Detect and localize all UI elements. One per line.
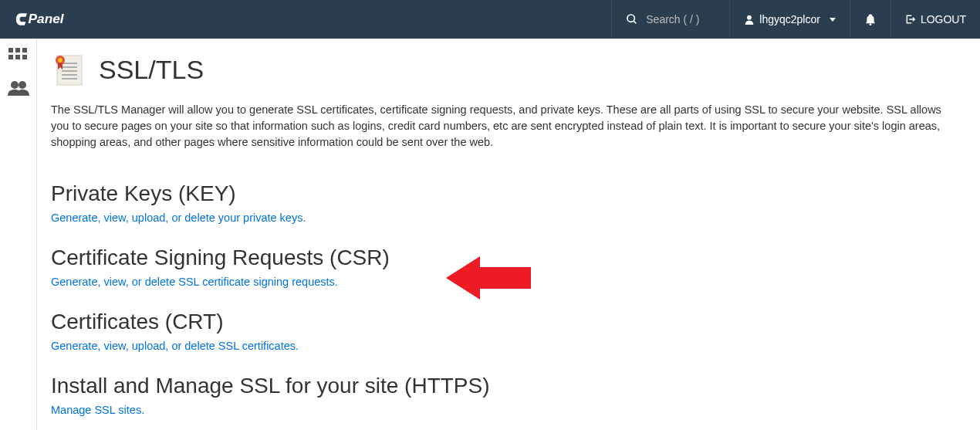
user-icon: [744, 14, 755, 25]
link-private-keys[interactable]: Generate, view, upload, or delete your p…: [51, 212, 306, 224]
bell-icon: [864, 13, 877, 25]
svg-point-3: [747, 15, 752, 20]
page-title: SSL/TLS: [99, 55, 204, 85]
svg-line-2: [634, 21, 636, 23]
search-icon: [626, 13, 638, 25]
svg-point-12: [19, 81, 26, 89]
svg-rect-8: [8, 55, 13, 59]
red-arrow-left-icon: [446, 253, 531, 303]
section-heading-https: Install and Manage SSL for your site (HT…: [51, 374, 961, 398]
logout-icon: [905, 14, 916, 25]
callout-arrow: [446, 253, 531, 306]
cpanel-logo[interactable]: Panel: [0, 11, 105, 28]
svg-rect-9: [15, 55, 20, 59]
svg-rect-7: [22, 48, 27, 52]
section-heading-key: Private Keys (KEY): [51, 181, 961, 206]
logout-label: LOGOUT: [921, 13, 966, 25]
link-manage-ssl[interactable]: Manage SSL sites.: [51, 404, 144, 416]
svg-text:Panel: Panel: [29, 12, 65, 27]
link-csr[interactable]: Generate, view, or delete SSL certificat…: [51, 276, 338, 288]
username-label: lhgyqc2plcor: [759, 13, 820, 25]
svg-rect-6: [15, 48, 20, 52]
sidebar-item-apps[interactable]: [8, 48, 29, 66]
section-heading-crt: Certificates (CRT): [51, 310, 961, 334]
svg-point-11: [11, 81, 19, 89]
ssl-tls-icon: [51, 52, 85, 86]
svg-point-1: [627, 15, 634, 22]
chevron-down-icon: [830, 18, 836, 22]
svg-rect-5: [8, 48, 13, 52]
svg-marker-21: [446, 256, 531, 300]
svg-rect-10: [22, 55, 27, 59]
grid-icon: [8, 48, 29, 63]
search-box[interactable]: [611, 0, 729, 39]
sidebar: [0, 39, 37, 430]
users-icon: [8, 80, 29, 96]
logout-button[interactable]: LOGOUT: [890, 0, 980, 39]
link-crt[interactable]: Generate, view, upload, or delete SSL ce…: [51, 340, 299, 352]
search-input[interactable]: [646, 13, 715, 25]
notifications-button[interactable]: [850, 0, 890, 39]
main-content: SSL/TLS The SSL/TLS Manager will allow y…: [37, 39, 980, 430]
intro-text: The SSL/TLS Manager will allow you to ge…: [51, 102, 961, 151]
svg-point-20: [58, 58, 63, 63]
user-menu[interactable]: lhgyqc2plcor: [729, 0, 850, 39]
svg-point-4: [870, 23, 872, 25]
top-navbar: Panel lhgyqc2plcor LOGOUT: [0, 0, 980, 39]
sidebar-item-users[interactable]: [8, 80, 29, 99]
